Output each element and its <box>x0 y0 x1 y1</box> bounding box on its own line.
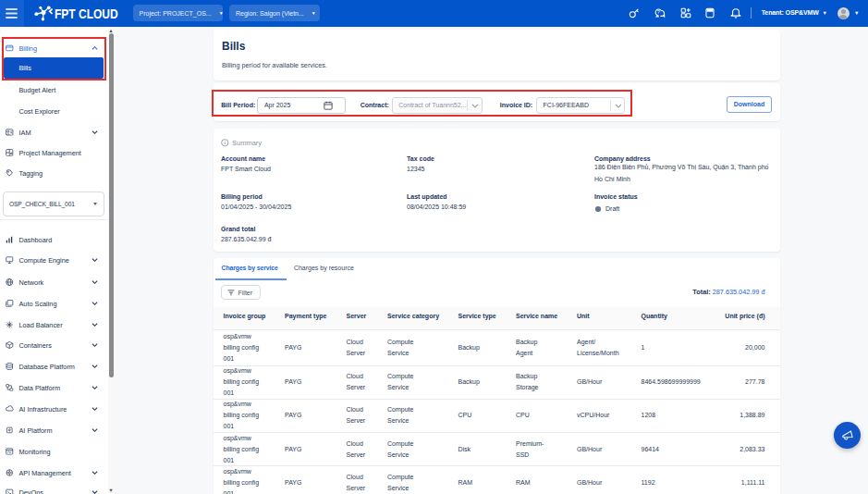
svg-text:FPT CLOUD: FPT CLOUD <box>55 6 118 21</box>
svg-text:?: ? <box>657 9 660 15</box>
